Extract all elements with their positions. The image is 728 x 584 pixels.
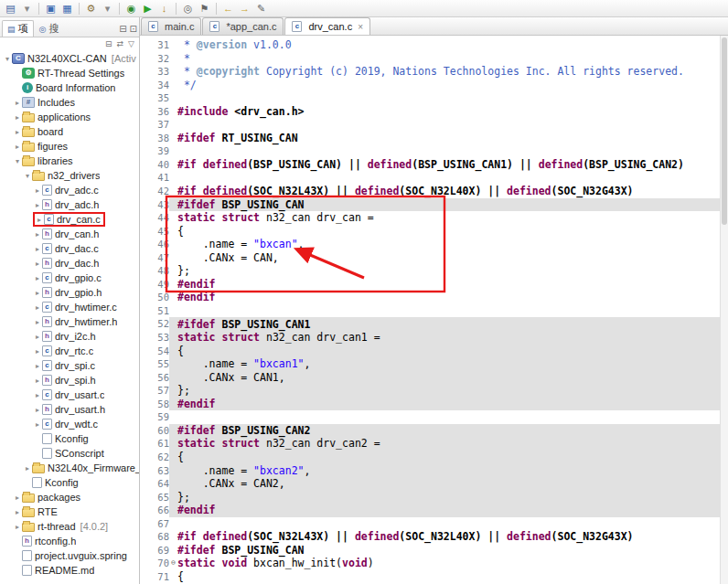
tree-item-drv-can-c[interactable]: ▸cdrv_can.c [0, 212, 139, 227]
link-with-editor-button[interactable]: ⇄ [117, 39, 124, 48]
expander-icon[interactable]: ▸ [33, 347, 42, 356]
editor-scrollbar[interactable] [720, 36, 728, 584]
editor-tab-main-c[interactable]: cmain.c [141, 17, 201, 35]
tree-item-libraries[interactable]: ▾libraries [0, 154, 139, 168]
expander-icon[interactable]: ▸ [13, 99, 22, 107]
expander-icon[interactable]: ▸ [33, 186, 42, 195]
new-menu-chevron[interactable]: ▾ [19, 2, 35, 16]
close-tab-icon[interactable]: × [358, 22, 363, 32]
tree-item-rtconfig-h[interactable]: hrtconfig.h [0, 534, 139, 548]
tree-item-label: Board Information [36, 82, 115, 93]
expander-icon[interactable]: ▸ [13, 523, 22, 531]
forward-button[interactable]: → [237, 2, 252, 16]
search-button[interactable]: ◎ [180, 2, 196, 16]
tree-item-applications[interactable]: ▸applications [0, 110, 139, 124]
expander-icon[interactable]: ▸ [13, 494, 22, 502]
code-text: .CANx = CAN1, [177, 371, 285, 385]
tree-item-n32l40x-firmware-li[interactable]: ▸N32L40x_Firmware_Li [0, 461, 139, 475]
tree-item-n32-drivers[interactable]: ▾n32_drivers [0, 168, 139, 183]
view-menu-button[interactable]: ▽ [128, 39, 134, 48]
tree-item-includes[interactable]: ▸#Includes [0, 95, 139, 110]
tree-item-sconscript[interactable]: SConscript [0, 446, 139, 461]
new-button[interactable]: ▤ [3, 2, 18, 16]
expander-icon[interactable]: ▸ [35, 216, 44, 224]
editor-tab-drv-can-c[interactable]: cdrv_can.c× [284, 17, 370, 35]
build-button[interactable]: ⚙ [83, 2, 99, 16]
code-editor[interactable]: 31 * @version v1.0.032 *33 * @copyright … [140, 36, 728, 584]
tree-item-drv-adc-c[interactable]: ▸cdrv_adc.c [0, 183, 139, 197]
tab-search[interactable]: ◎搜 [34, 20, 65, 37]
save-all-button[interactable]: ▦ [59, 2, 75, 16]
tree-item-drv-usart-h[interactable]: ▸hdrv_usart.h [0, 402, 139, 417]
tree-item-rte[interactable]: ▸RTE [0, 504, 139, 519]
gutter [140, 158, 147, 172]
expander-icon[interactable]: ▸ [33, 274, 42, 282]
tree-item-drv-gpio-c[interactable]: ▸cdrv_gpio.c [0, 271, 139, 285]
expander-icon[interactable]: ▸ [33, 245, 42, 253]
expander-icon[interactable]: ▸ [13, 113, 22, 122]
maximize-button[interactable]: ⊡ [130, 24, 137, 34]
expander-icon[interactable]: ▸ [33, 303, 42, 312]
tree-item-drv-gpio-h[interactable]: ▸hdrv_gpio.h [0, 285, 139, 300]
run-button[interactable]: ▶ [140, 2, 155, 16]
expander-icon[interactable]: ▾ [3, 55, 12, 63]
back-button[interactable]: ← [220, 2, 236, 16]
expander-icon[interactable]: ▸ [33, 362, 42, 370]
tree-item-drv-dac-h[interactable]: ▸hdrv_dac.h [0, 256, 139, 271]
last-edit-location-button[interactable]: ✎ [253, 2, 269, 16]
tree-item-drv-usart-c[interactable]: ▸cdrv_usart.c [0, 388, 139, 402]
expander-icon[interactable]: ▸ [13, 143, 22, 151]
tree-item-kconfig[interactable]: Kconfig [0, 431, 139, 446]
tree-item-packages[interactable]: ▸packages [0, 490, 139, 504]
tree-item-drv-spi-h[interactable]: ▸hdrv_spi.h [0, 373, 139, 388]
tree-item-figures[interactable]: ▸figures [0, 139, 139, 154]
tree-item-drv-hwtimer-h[interactable]: ▸hdrv_hwtimer.h [0, 314, 139, 329]
expander-icon[interactable]: ▸ [33, 230, 42, 239]
expander-icon[interactable]: ▸ [33, 420, 42, 429]
expander-icon[interactable]: ▸ [13, 128, 22, 136]
tree-item-drv-can-h[interactable]: ▸hdrv_can.h [0, 227, 139, 241]
expander-icon[interactable]: ▸ [33, 260, 42, 268]
tree-item-board[interactable]: ▸board [0, 124, 139, 139]
expander-icon[interactable]: ▸ [33, 289, 42, 297]
expander-icon[interactable]: ▸ [33, 318, 42, 326]
editor-tab--app-can-c[interactable]: c*app_can.c [202, 17, 284, 35]
expander-icon[interactable]: ▸ [13, 508, 22, 516]
fold-marker-icon[interactable]: ⊖ [169, 557, 177, 570]
expander-icon[interactable]: ▸ [33, 406, 42, 414]
tree-item-rt-thread[interactable]: ▸rt-thread[4.0.2] [0, 519, 139, 534]
tree-item-n32l40xcl-can[interactable]: ▾CN32L40XCL-CAN[Activ [0, 51, 139, 66]
tree-item-drv-spi-c[interactable]: ▸cdrv_spi.c [0, 358, 139, 373]
expander-icon[interactable]: ▾ [23, 172, 32, 180]
tree-item-drv-adc-h[interactable]: ▸hdrv_adc.h [0, 197, 139, 212]
expander-icon[interactable]: ▸ [33, 391, 42, 399]
save-button[interactable]: ▣ [43, 2, 59, 16]
debug-button[interactable]: ◉ [123, 2, 139, 16]
tree-item-kconfig[interactable]: Kconfig [0, 475, 139, 490]
tree-item-readme-md[interactable]: README.md [0, 563, 139, 578]
expander-icon[interactable]: ▸ [33, 201, 42, 209]
flash-download-button[interactable]: ↓ [156, 2, 172, 16]
expander-icon[interactable]: ▸ [23, 464, 32, 473]
expander-icon[interactable]: ▸ [33, 333, 42, 341]
folder-icon [32, 464, 45, 473]
tree-item-board-information[interactable]: iBoard Information [0, 80, 139, 95]
collapse-all-button[interactable]: ⊟ [105, 39, 112, 48]
build-menu-chevron[interactable]: ▾ [100, 2, 115, 16]
minimize-button[interactable]: ⊟ [119, 24, 126, 34]
code-line: 38#ifdef RT_USING_CAN [140, 132, 728, 145]
tree-item-project-uvguix-spring[interactable]: project.uvguix.spring [0, 548, 139, 563]
expander-icon[interactable]: ▾ [13, 157, 22, 165]
tree-item-drv-wdt-c[interactable]: ▸cdrv_wdt.c [0, 417, 139, 431]
tree-item-drv-dac-c[interactable]: ▸cdrv_dac.c [0, 241, 139, 256]
tree-item-drv-rtc-c[interactable]: ▸cdrv_rtc.c [0, 344, 139, 358]
expander-icon[interactable]: ▸ [33, 377, 42, 385]
c-file-icon: c [209, 21, 219, 32]
tree-item-rt-thread-settings[interactable]: ⚙RT-Thread Settings [0, 66, 139, 80]
line-number: 59 [147, 410, 169, 424]
tree-item-drv-hwtimer-c[interactable]: ▸cdrv_hwtimer.c [0, 300, 139, 314]
bookmark-button[interactable]: ⚑ [197, 2, 212, 16]
tab-project-explorer[interactable]: ▤项 [2, 20, 34, 37]
tree-item-drv-i2c-h[interactable]: ▸hdrv_i2c.h [0, 329, 139, 344]
scrollbar-thumb[interactable] [722, 37, 727, 225]
